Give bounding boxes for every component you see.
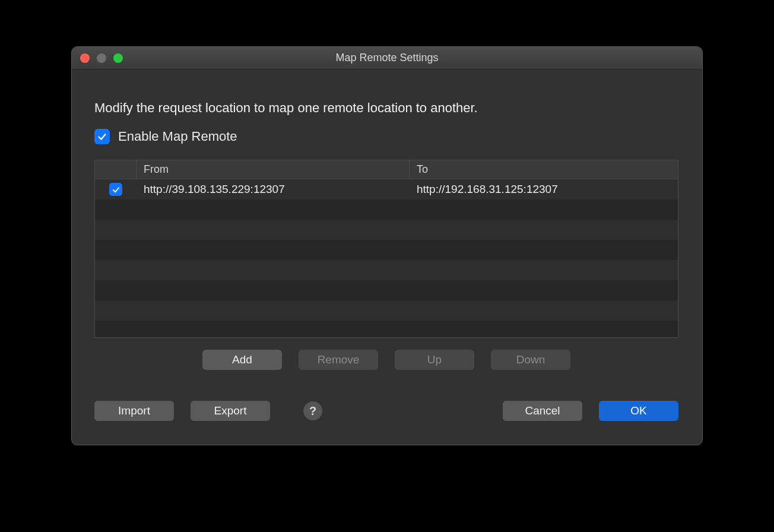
- table-row[interactable]: [95, 300, 678, 321]
- header-from[interactable]: From: [137, 160, 410, 179]
- table-header: From To: [95, 160, 678, 179]
- window-title: Map Remote Settings: [72, 52, 702, 64]
- table-row[interactable]: [95, 240, 678, 260]
- cell-to: http://192.168.31.125:12307: [410, 183, 678, 196]
- close-icon[interactable]: [80, 53, 90, 63]
- table-body: http://39.108.135.229:12307http://192.16…: [95, 179, 678, 338]
- map-remote-settings-window: Map Remote Settings Modify the request l…: [71, 46, 703, 445]
- window-controls: [80, 53, 123, 63]
- export-button[interactable]: Export: [191, 401, 270, 421]
- table-row[interactable]: [95, 260, 678, 280]
- cell-from: http://39.108.135.229:12307: [137, 183, 410, 196]
- footer-right: Cancel OK: [503, 401, 678, 421]
- row-enabled-checkbox[interactable]: [109, 183, 122, 196]
- footer: Import Export ? Cancel OK: [94, 401, 678, 421]
- enable-map-remote-checkbox[interactable]: [94, 129, 110, 144]
- cancel-button[interactable]: Cancel: [503, 401, 582, 421]
- row-action-buttons: Add Remove Up Down: [94, 350, 678, 370]
- enable-map-remote-label: Enable Map Remote: [118, 129, 237, 144]
- add-button[interactable]: Add: [202, 350, 282, 370]
- content-area: Modify the request location to map one r…: [72, 69, 702, 445]
- down-button: Down: [491, 350, 570, 370]
- help-button[interactable]: ?: [303, 401, 322, 420]
- header-to[interactable]: To: [410, 160, 678, 179]
- mappings-table: From To http://39.108.135.229:12307http:…: [94, 160, 678, 338]
- table-row[interactable]: [95, 220, 678, 240]
- enable-map-remote-row: Enable Map Remote: [94, 129, 678, 144]
- description-text: Modify the request location to map one r…: [94, 100, 678, 116]
- zoom-icon[interactable]: [113, 53, 123, 63]
- titlebar: Map Remote Settings: [72, 47, 702, 69]
- header-enabled[interactable]: [95, 160, 137, 179]
- table-row[interactable]: [95, 280, 678, 300]
- check-icon: [112, 185, 120, 194]
- table-row[interactable]: [95, 321, 678, 338]
- table-row[interactable]: [95, 200, 678, 220]
- remove-button: Remove: [299, 350, 378, 370]
- table-row[interactable]: http://39.108.135.229:12307http://192.16…: [95, 179, 678, 200]
- check-icon: [97, 131, 107, 142]
- import-button[interactable]: Import: [94, 401, 174, 421]
- minimize-icon[interactable]: [97, 53, 106, 63]
- ok-button[interactable]: OK: [599, 401, 678, 421]
- footer-left: Import Export ?: [94, 401, 322, 421]
- up-button: Up: [395, 350, 474, 370]
